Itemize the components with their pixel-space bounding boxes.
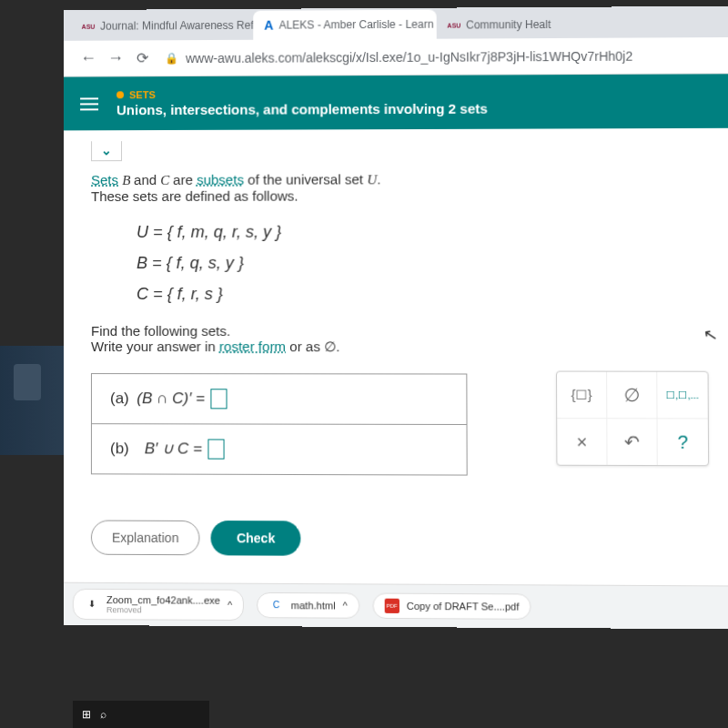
chevron-down-icon[interactable]: ⌄ — [91, 141, 122, 161]
action-buttons: Explanation Check — [64, 511, 728, 585]
set-b: B = { f, q, s, y } — [136, 247, 708, 278]
question-a: (a) (B ∩ C)′ = — [92, 374, 467, 425]
find-text: Find the following sets. — [91, 323, 708, 339]
url-input[interactable]: 🔒 www-awu.aleks.com/alekscgi/x/Isl.exe/1… — [165, 48, 723, 66]
download-name: Copy of DRAFT Se....pdf — [407, 600, 520, 612]
menu-icon[interactable] — [80, 97, 98, 110]
tab-label: Community Healt — [466, 18, 551, 32]
page-header: SETS Unions, intersections, and compleme… — [64, 74, 728, 130]
tab-label: Journal: Mindful Awareness Refle — [100, 19, 253, 33]
asu-icon: ASU — [82, 20, 95, 33]
category-label: SETS — [116, 88, 488, 101]
address-bar: ← → ⟳ 🔒 www-awu.aleks.com/alekscgi/x/Isl… — [64, 37, 728, 77]
tab-community[interactable]: ASU Community Healt — [437, 11, 562, 39]
set-c: C = { f, r, s } — [136, 278, 708, 310]
tab-label: ALEKS - Amber Carlisle - Learn — [278, 18, 433, 32]
topic-title: Unions, intersections, and complements i… — [116, 101, 488, 118]
chevron-up-icon[interactable]: ^ — [343, 600, 348, 611]
braces-tool[interactable]: {☐} — [557, 372, 607, 419]
check-button[interactable]: Check — [211, 521, 301, 556]
tabs-bar: ASU Journal: Mindful Awareness Refle × A… — [64, 6, 728, 41]
download-status: Removed — [106, 605, 220, 615]
sets-link[interactable]: Sets — [91, 172, 118, 187]
chevron-up-icon[interactable]: ^ — [228, 599, 232, 610]
subsets-link[interactable]: subsets — [197, 172, 244, 187]
download-pdf[interactable]: PDF Copy of DRAFT Se....pdf — [372, 592, 531, 619]
forward-button[interactable]: → — [107, 48, 124, 67]
explanation-button[interactable]: Explanation — [91, 520, 200, 555]
aleks-icon: A — [264, 19, 273, 32]
back-button[interactable]: ← — [80, 49, 96, 68]
cursor-icon: ↖ — [702, 324, 719, 347]
write-text: Write your answer in roster form or as ∅… — [91, 339, 708, 356]
undo-tool[interactable]: ↶ — [607, 419, 657, 465]
answer-input-a[interactable] — [210, 389, 227, 409]
set-u: U = { f, m, q, r, s, y } — [136, 216, 708, 248]
problem-intro2: These sets are defined as follows. — [91, 187, 707, 204]
answer-box: (a) (B ∩ C)′ = (b) B′ ∪ C = — [91, 373, 468, 476]
asu-icon: ASU — [448, 19, 460, 32]
roster-tool[interactable]: ☐,☐,... — [657, 372, 708, 419]
lock-icon: 🔒 — [165, 52, 178, 65]
url-text: www-awu.aleks.com/alekscgi/x/Isl.exe/1o_… — [186, 48, 632, 65]
answer-input-b[interactable] — [207, 439, 224, 459]
help-tool[interactable]: ? — [658, 419, 709, 465]
download-name: math.html — [291, 600, 336, 611]
roster-link[interactable]: roster form — [219, 339, 286, 354]
windows-icon[interactable]: ⊞ — [82, 708, 91, 721]
reload-button[interactable]: ⟳ — [136, 49, 148, 66]
pdf-icon: PDF — [384, 598, 399, 612]
emptyset-tool[interactable]: ∅ — [607, 372, 657, 419]
downloads-bar: ⬇ Zoom_cm_fo42ank....exe Removed ^ C mat… — [64, 581, 728, 629]
clear-tool[interactable]: × — [557, 419, 607, 465]
download-icon: ⬇ — [85, 596, 99, 611]
tools-panel: {☐} ∅ ☐,☐,... × ↶ ? — [556, 371, 709, 467]
download-name: Zoom_cm_fo42ank....exe — [106, 594, 220, 606]
download-zoom[interactable]: ⬇ Zoom_cm_fo42ank....exe Removed ^ — [73, 588, 244, 620]
search-icon[interactable]: ⌕ — [100, 708, 106, 721]
download-math[interactable]: C math.html ^ — [257, 592, 359, 618]
set-definitions: U = { f, m, q, r, s, y } B = { f, q, s, … — [136, 216, 708, 310]
question-b: (b) B′ ∪ C = — [92, 424, 467, 474]
tab-journal[interactable]: ASU Journal: Mindful Awareness Refle × — [71, 11, 253, 41]
taskbar: ⊞ ⌕ — [73, 701, 209, 728]
tab-aleks[interactable]: A ALEKS - Amber Carlisle - Learn × — [253, 10, 437, 40]
problem-intro: Sets B and C are subsets of the universa… — [91, 170, 707, 188]
chrome-icon: C — [268, 598, 283, 612]
